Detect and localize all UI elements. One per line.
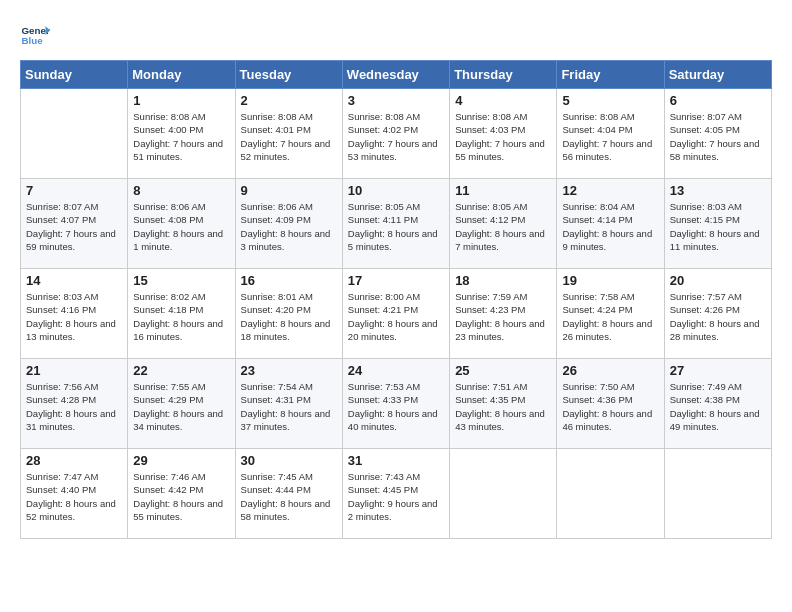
day-number: 22 xyxy=(133,363,229,378)
day-number: 28 xyxy=(26,453,122,468)
day-info: Sunrise: 7:58 AM Sunset: 4:24 PM Dayligh… xyxy=(562,290,658,343)
day-info: Sunrise: 8:01 AM Sunset: 4:20 PM Dayligh… xyxy=(241,290,337,343)
day-cell: 14 Sunrise: 8:03 AM Sunset: 4:16 PM Dayl… xyxy=(21,269,128,359)
day-number: 15 xyxy=(133,273,229,288)
calendar-table: SundayMondayTuesdayWednesdayThursdayFrid… xyxy=(20,60,772,539)
day-cell: 23 Sunrise: 7:54 AM Sunset: 4:31 PM Dayl… xyxy=(235,359,342,449)
day-number: 8 xyxy=(133,183,229,198)
day-cell: 25 Sunrise: 7:51 AM Sunset: 4:35 PM Dayl… xyxy=(450,359,557,449)
day-info: Sunrise: 8:02 AM Sunset: 4:18 PM Dayligh… xyxy=(133,290,229,343)
day-number: 7 xyxy=(26,183,122,198)
day-info: Sunrise: 8:08 AM Sunset: 4:00 PM Dayligh… xyxy=(133,110,229,163)
day-number: 12 xyxy=(562,183,658,198)
day-number: 18 xyxy=(455,273,551,288)
day-cell: 3 Sunrise: 8:08 AM Sunset: 4:02 PM Dayli… xyxy=(342,89,449,179)
day-number: 25 xyxy=(455,363,551,378)
day-number: 30 xyxy=(241,453,337,468)
day-number: 16 xyxy=(241,273,337,288)
week-row-1: 1 Sunrise: 8:08 AM Sunset: 4:00 PM Dayli… xyxy=(21,89,772,179)
day-cell: 28 Sunrise: 7:47 AM Sunset: 4:40 PM Dayl… xyxy=(21,449,128,539)
day-number: 17 xyxy=(348,273,444,288)
column-header-thursday: Thursday xyxy=(450,61,557,89)
svg-text:Blue: Blue xyxy=(22,35,44,46)
day-cell: 8 Sunrise: 8:06 AM Sunset: 4:08 PM Dayli… xyxy=(128,179,235,269)
day-number: 5 xyxy=(562,93,658,108)
day-cell xyxy=(557,449,664,539)
day-cell: 9 Sunrise: 8:06 AM Sunset: 4:09 PM Dayli… xyxy=(235,179,342,269)
day-number: 14 xyxy=(26,273,122,288)
header-row: SundayMondayTuesdayWednesdayThursdayFrid… xyxy=(21,61,772,89)
day-number: 9 xyxy=(241,183,337,198)
logo: General Blue xyxy=(20,20,50,50)
day-cell: 21 Sunrise: 7:56 AM Sunset: 4:28 PM Dayl… xyxy=(21,359,128,449)
logo-icon: General Blue xyxy=(20,20,50,50)
day-cell: 1 Sunrise: 8:08 AM Sunset: 4:00 PM Dayli… xyxy=(128,89,235,179)
day-number: 21 xyxy=(26,363,122,378)
day-info: Sunrise: 8:03 AM Sunset: 4:16 PM Dayligh… xyxy=(26,290,122,343)
day-cell: 16 Sunrise: 8:01 AM Sunset: 4:20 PM Dayl… xyxy=(235,269,342,359)
day-cell: 24 Sunrise: 7:53 AM Sunset: 4:33 PM Dayl… xyxy=(342,359,449,449)
day-info: Sunrise: 7:47 AM Sunset: 4:40 PM Dayligh… xyxy=(26,470,122,523)
day-info: Sunrise: 8:07 AM Sunset: 4:07 PM Dayligh… xyxy=(26,200,122,253)
day-cell: 7 Sunrise: 8:07 AM Sunset: 4:07 PM Dayli… xyxy=(21,179,128,269)
day-cell: 15 Sunrise: 8:02 AM Sunset: 4:18 PM Dayl… xyxy=(128,269,235,359)
day-cell: 19 Sunrise: 7:58 AM Sunset: 4:24 PM Dayl… xyxy=(557,269,664,359)
day-info: Sunrise: 8:06 AM Sunset: 4:08 PM Dayligh… xyxy=(133,200,229,253)
day-number: 26 xyxy=(562,363,658,378)
day-info: Sunrise: 7:53 AM Sunset: 4:33 PM Dayligh… xyxy=(348,380,444,433)
day-cell: 26 Sunrise: 7:50 AM Sunset: 4:36 PM Dayl… xyxy=(557,359,664,449)
column-header-saturday: Saturday xyxy=(664,61,771,89)
day-info: Sunrise: 7:55 AM Sunset: 4:29 PM Dayligh… xyxy=(133,380,229,433)
day-number: 3 xyxy=(348,93,444,108)
column-header-wednesday: Wednesday xyxy=(342,61,449,89)
day-cell: 22 Sunrise: 7:55 AM Sunset: 4:29 PM Dayl… xyxy=(128,359,235,449)
day-info: Sunrise: 7:56 AM Sunset: 4:28 PM Dayligh… xyxy=(26,380,122,433)
day-number: 20 xyxy=(670,273,766,288)
day-cell: 31 Sunrise: 7:43 AM Sunset: 4:45 PM Dayl… xyxy=(342,449,449,539)
day-info: Sunrise: 7:49 AM Sunset: 4:38 PM Dayligh… xyxy=(670,380,766,433)
day-cell: 29 Sunrise: 7:46 AM Sunset: 4:42 PM Dayl… xyxy=(128,449,235,539)
day-number: 6 xyxy=(670,93,766,108)
day-info: Sunrise: 8:00 AM Sunset: 4:21 PM Dayligh… xyxy=(348,290,444,343)
day-cell: 17 Sunrise: 8:00 AM Sunset: 4:21 PM Dayl… xyxy=(342,269,449,359)
day-cell: 10 Sunrise: 8:05 AM Sunset: 4:11 PM Dayl… xyxy=(342,179,449,269)
day-cell xyxy=(664,449,771,539)
day-cell xyxy=(21,89,128,179)
day-info: Sunrise: 8:08 AM Sunset: 4:04 PM Dayligh… xyxy=(562,110,658,163)
day-number: 19 xyxy=(562,273,658,288)
day-number: 23 xyxy=(241,363,337,378)
day-info: Sunrise: 7:57 AM Sunset: 4:26 PM Dayligh… xyxy=(670,290,766,343)
day-info: Sunrise: 8:06 AM Sunset: 4:09 PM Dayligh… xyxy=(241,200,337,253)
day-info: Sunrise: 8:08 AM Sunset: 4:03 PM Dayligh… xyxy=(455,110,551,163)
day-cell: 27 Sunrise: 7:49 AM Sunset: 4:38 PM Dayl… xyxy=(664,359,771,449)
column-header-tuesday: Tuesday xyxy=(235,61,342,89)
week-row-3: 14 Sunrise: 8:03 AM Sunset: 4:16 PM Dayl… xyxy=(21,269,772,359)
day-info: Sunrise: 7:50 AM Sunset: 4:36 PM Dayligh… xyxy=(562,380,658,433)
day-info: Sunrise: 8:08 AM Sunset: 4:01 PM Dayligh… xyxy=(241,110,337,163)
day-info: Sunrise: 7:45 AM Sunset: 4:44 PM Dayligh… xyxy=(241,470,337,523)
day-info: Sunrise: 8:07 AM Sunset: 4:05 PM Dayligh… xyxy=(670,110,766,163)
day-cell: 5 Sunrise: 8:08 AM Sunset: 4:04 PM Dayli… xyxy=(557,89,664,179)
day-cell: 20 Sunrise: 7:57 AM Sunset: 4:26 PM Dayl… xyxy=(664,269,771,359)
day-number: 4 xyxy=(455,93,551,108)
day-cell: 6 Sunrise: 8:07 AM Sunset: 4:05 PM Dayli… xyxy=(664,89,771,179)
day-cell: 12 Sunrise: 8:04 AM Sunset: 4:14 PM Dayl… xyxy=(557,179,664,269)
day-info: Sunrise: 7:54 AM Sunset: 4:31 PM Dayligh… xyxy=(241,380,337,433)
day-number: 10 xyxy=(348,183,444,198)
day-cell: 11 Sunrise: 8:05 AM Sunset: 4:12 PM Dayl… xyxy=(450,179,557,269)
day-cell: 4 Sunrise: 8:08 AM Sunset: 4:03 PM Dayli… xyxy=(450,89,557,179)
day-cell: 13 Sunrise: 8:03 AM Sunset: 4:15 PM Dayl… xyxy=(664,179,771,269)
day-number: 13 xyxy=(670,183,766,198)
day-info: Sunrise: 7:51 AM Sunset: 4:35 PM Dayligh… xyxy=(455,380,551,433)
column-header-monday: Monday xyxy=(128,61,235,89)
day-number: 11 xyxy=(455,183,551,198)
day-number: 24 xyxy=(348,363,444,378)
column-header-sunday: Sunday xyxy=(21,61,128,89)
week-row-5: 28 Sunrise: 7:47 AM Sunset: 4:40 PM Dayl… xyxy=(21,449,772,539)
day-cell: 2 Sunrise: 8:08 AM Sunset: 4:01 PM Dayli… xyxy=(235,89,342,179)
day-number: 2 xyxy=(241,93,337,108)
day-cell: 30 Sunrise: 7:45 AM Sunset: 4:44 PM Dayl… xyxy=(235,449,342,539)
day-info: Sunrise: 8:03 AM Sunset: 4:15 PM Dayligh… xyxy=(670,200,766,253)
day-cell: 18 Sunrise: 7:59 AM Sunset: 4:23 PM Dayl… xyxy=(450,269,557,359)
day-info: Sunrise: 8:08 AM Sunset: 4:02 PM Dayligh… xyxy=(348,110,444,163)
